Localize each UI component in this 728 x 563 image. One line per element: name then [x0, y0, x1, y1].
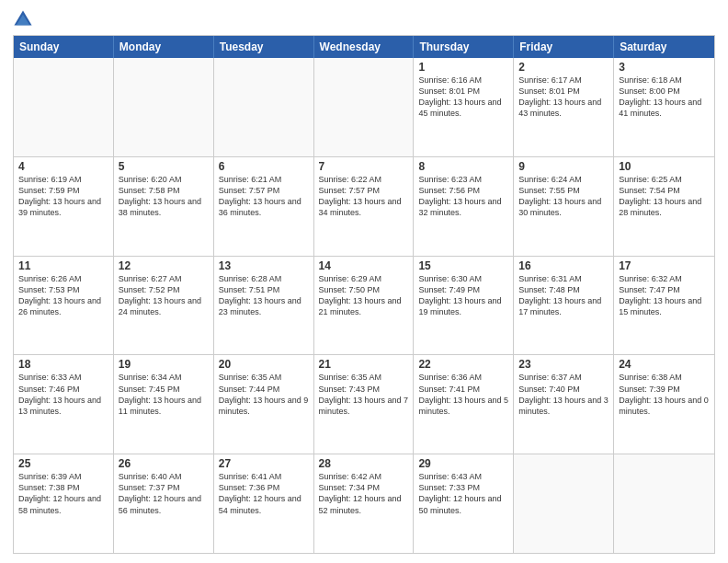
day-number: 3 — [619, 61, 710, 74]
day-number: 13 — [219, 259, 309, 272]
cal-cell — [214, 58, 314, 156]
day-info: Sunrise: 6:32 AM Sunset: 7:47 PM Dayligh… — [619, 273, 710, 318]
logo-icon — [13, 9, 33, 29]
day-number: 29 — [418, 457, 508, 470]
day-number: 20 — [219, 358, 309, 371]
calendar: SundayMondayTuesdayWednesdayThursdayFrid… — [13, 35, 715, 554]
day-info: Sunrise: 6:22 AM Sunset: 7:57 PM Dayligh… — [319, 174, 409, 219]
calendar-header-row: SundayMondayTuesdayWednesdayThursdayFrid… — [14, 36, 714, 58]
cal-cell: 11Sunrise: 6:26 AM Sunset: 7:53 PM Dayli… — [14, 257, 114, 355]
cal-cell: 7Sunrise: 6:22 AM Sunset: 7:57 PM Daylig… — [314, 157, 415, 256]
day-number: 28 — [319, 457, 409, 470]
day-number: 8 — [418, 160, 508, 173]
cal-cell — [314, 58, 415, 156]
cal-cell: 20Sunrise: 6:35 AM Sunset: 7:44 PM Dayli… — [214, 355, 314, 454]
day-info: Sunrise: 6:30 AM Sunset: 7:49 PM Dayligh… — [418, 273, 508, 318]
cal-header-wednesday: Wednesday — [314, 36, 415, 58]
day-info: Sunrise: 6:39 AM Sunset: 7:38 PM Dayligh… — [18, 471, 108, 516]
cal-cell: 17Sunrise: 6:32 AM Sunset: 7:47 PM Dayli… — [614, 257, 714, 355]
day-info: Sunrise: 6:35 AM Sunset: 7:43 PM Dayligh… — [319, 372, 409, 417]
day-number: 24 — [619, 358, 710, 371]
day-info: Sunrise: 6:36 AM Sunset: 7:41 PM Dayligh… — [418, 372, 508, 417]
cal-header-friday: Friday — [514, 36, 614, 58]
cal-cell: 15Sunrise: 6:30 AM Sunset: 7:49 PM Dayli… — [414, 257, 514, 355]
day-info: Sunrise: 6:38 AM Sunset: 7:39 PM Dayligh… — [619, 372, 710, 417]
day-info: Sunrise: 6:42 AM Sunset: 7:34 PM Dayligh… — [319, 471, 409, 516]
cal-row-0: 1Sunrise: 6:16 AM Sunset: 8:01 PM Daylig… — [14, 58, 714, 156]
day-number: 7 — [319, 160, 409, 173]
cal-cell: 6Sunrise: 6:21 AM Sunset: 7:57 PM Daylig… — [214, 157, 314, 256]
day-number: 4 — [18, 160, 108, 173]
day-number: 19 — [119, 358, 209, 371]
cal-cell: 21Sunrise: 6:35 AM Sunset: 7:43 PM Dayli… — [314, 355, 415, 454]
logo — [13, 9, 37, 29]
cal-row-2: 11Sunrise: 6:26 AM Sunset: 7:53 PM Dayli… — [14, 256, 714, 355]
day-info: Sunrise: 6:17 AM Sunset: 8:01 PM Dayligh… — [518, 75, 609, 120]
day-info: Sunrise: 6:24 AM Sunset: 7:55 PM Dayligh… — [518, 174, 609, 219]
cal-header-sunday: Sunday — [14, 36, 114, 58]
day-number: 6 — [219, 160, 309, 173]
day-number: 21 — [319, 358, 409, 371]
cal-cell: 29Sunrise: 6:43 AM Sunset: 7:33 PM Dayli… — [414, 454, 514, 553]
calendar-body: 1Sunrise: 6:16 AM Sunset: 8:01 PM Daylig… — [14, 58, 714, 553]
day-info: Sunrise: 6:26 AM Sunset: 7:53 PM Dayligh… — [18, 273, 108, 318]
cal-cell: 27Sunrise: 6:41 AM Sunset: 7:36 PM Dayli… — [214, 454, 314, 553]
cal-cell: 14Sunrise: 6:29 AM Sunset: 7:50 PM Dayli… — [314, 257, 415, 355]
day-number: 2 — [518, 61, 609, 74]
day-info: Sunrise: 6:25 AM Sunset: 7:54 PM Dayligh… — [619, 174, 710, 219]
day-number: 22 — [418, 358, 508, 371]
day-info: Sunrise: 6:43 AM Sunset: 7:33 PM Dayligh… — [418, 471, 508, 516]
day-info: Sunrise: 6:20 AM Sunset: 7:58 PM Dayligh… — [119, 174, 209, 219]
cal-cell: 5Sunrise: 6:20 AM Sunset: 7:58 PM Daylig… — [114, 157, 214, 256]
day-number: 16 — [518, 259, 609, 272]
cal-cell: 3Sunrise: 6:18 AM Sunset: 8:00 PM Daylig… — [614, 58, 714, 156]
cal-row-3: 18Sunrise: 6:33 AM Sunset: 7:46 PM Dayli… — [14, 354, 714, 454]
day-info: Sunrise: 6:27 AM Sunset: 7:52 PM Dayligh… — [119, 273, 209, 318]
day-number: 12 — [119, 259, 209, 272]
cal-cell: 10Sunrise: 6:25 AM Sunset: 7:54 PM Dayli… — [614, 157, 714, 256]
day-info: Sunrise: 6:37 AM Sunset: 7:40 PM Dayligh… — [518, 372, 609, 417]
day-number: 17 — [619, 259, 710, 272]
header — [13, 9, 715, 29]
day-info: Sunrise: 6:28 AM Sunset: 7:51 PM Dayligh… — [219, 273, 309, 318]
day-info: Sunrise: 6:21 AM Sunset: 7:57 PM Dayligh… — [219, 174, 309, 219]
cal-header-saturday: Saturday — [614, 36, 714, 58]
day-info: Sunrise: 6:23 AM Sunset: 7:56 PM Dayligh… — [418, 174, 508, 219]
cal-cell: 22Sunrise: 6:36 AM Sunset: 7:41 PM Dayli… — [414, 355, 514, 454]
day-number: 26 — [119, 457, 209, 470]
page: SundayMondayTuesdayWednesdayThursdayFrid… — [0, 0, 728, 563]
cal-cell — [514, 454, 614, 553]
cal-cell: 12Sunrise: 6:27 AM Sunset: 7:52 PM Dayli… — [114, 257, 214, 355]
cal-cell: 28Sunrise: 6:42 AM Sunset: 7:34 PM Dayli… — [314, 454, 415, 553]
cal-cell — [114, 58, 214, 156]
cal-row-1: 4Sunrise: 6:19 AM Sunset: 7:59 PM Daylig… — [14, 156, 714, 256]
cal-cell: 9Sunrise: 6:24 AM Sunset: 7:55 PM Daylig… — [514, 157, 614, 256]
cal-cell: 13Sunrise: 6:28 AM Sunset: 7:51 PM Dayli… — [214, 257, 314, 355]
day-number: 5 — [119, 160, 209, 173]
day-info: Sunrise: 6:41 AM Sunset: 7:36 PM Dayligh… — [219, 471, 309, 516]
day-number: 9 — [518, 160, 609, 173]
day-number: 25 — [18, 457, 108, 470]
day-info: Sunrise: 6:29 AM Sunset: 7:50 PM Dayligh… — [319, 273, 409, 318]
day-info: Sunrise: 6:35 AM Sunset: 7:44 PM Dayligh… — [219, 372, 309, 417]
day-info: Sunrise: 6:16 AM Sunset: 8:01 PM Dayligh… — [418, 75, 508, 120]
day-info: Sunrise: 6:33 AM Sunset: 7:46 PM Dayligh… — [18, 372, 108, 417]
cal-cell: 18Sunrise: 6:33 AM Sunset: 7:46 PM Dayli… — [14, 355, 114, 454]
day-info: Sunrise: 6:19 AM Sunset: 7:59 PM Dayligh… — [18, 174, 108, 219]
cal-cell: 16Sunrise: 6:31 AM Sunset: 7:48 PM Dayli… — [514, 257, 614, 355]
day-number: 11 — [18, 259, 108, 272]
day-number: 23 — [518, 358, 609, 371]
cal-cell: 8Sunrise: 6:23 AM Sunset: 7:56 PM Daylig… — [414, 157, 514, 256]
cal-cell: 19Sunrise: 6:34 AM Sunset: 7:45 PM Dayli… — [114, 355, 214, 454]
day-number: 14 — [319, 259, 409, 272]
cal-cell — [614, 454, 714, 553]
day-number: 27 — [219, 457, 309, 470]
day-info: Sunrise: 6:31 AM Sunset: 7:48 PM Dayligh… — [518, 273, 609, 318]
day-number: 10 — [619, 160, 710, 173]
day-info: Sunrise: 6:18 AM Sunset: 8:00 PM Dayligh… — [619, 75, 710, 120]
day-info: Sunrise: 6:34 AM Sunset: 7:45 PM Dayligh… — [119, 372, 209, 417]
cal-cell: 26Sunrise: 6:40 AM Sunset: 7:37 PM Dayli… — [114, 454, 214, 553]
day-number: 18 — [18, 358, 108, 371]
cal-header-tuesday: Tuesday — [214, 36, 314, 58]
day-number: 15 — [418, 259, 508, 272]
